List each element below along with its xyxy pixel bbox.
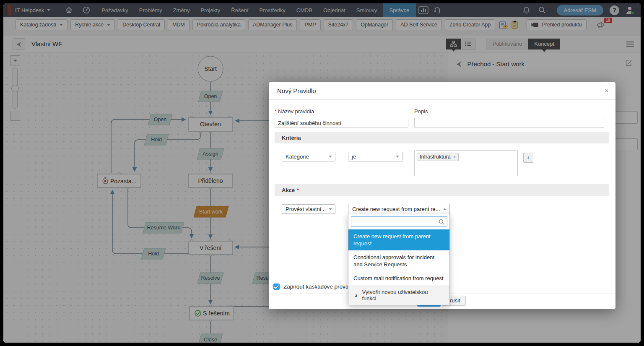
modal-title: Nový Pravidlo <box>277 87 316 94</box>
action-template-combobox[interactable]: Create new request from parent re... <box>348 204 450 214</box>
description-input[interactable] <box>414 118 604 128</box>
required-mark: * <box>275 108 277 114</box>
option-custom-mail[interactable]: Custom mail notification from request <box>348 271 449 285</box>
template-dropdown: Create new request from parent request C… <box>348 214 450 305</box>
criteria-section-header: Kritéria <box>275 132 609 143</box>
cascade-checkbox-row: Zapnout kaskádové provádění <box>273 284 360 290</box>
remove-tag-icon[interactable]: × <box>453 154 456 159</box>
option-conditional-approvals[interactable]: Conditional approvals for Incident and S… <box>348 250 449 271</box>
chevron-down-icon <box>329 156 332 158</box>
value-tag: Infrastruktura× <box>417 153 459 161</box>
search-icon <box>439 219 444 225</box>
required-mark: * <box>297 187 299 193</box>
description-label: Popis <box>414 108 428 114</box>
app-screen: IT Helpdesk Požadavky Problémy Změny Pro… <box>3 3 641 343</box>
rule-name-label: *Název pravidla <box>275 108 314 114</box>
chevron-down-icon <box>396 156 399 158</box>
action-type-select[interactable]: Provést vlastní... <box>282 204 335 214</box>
new-function-action[interactable]: ◕ Vytvořit novou uživatelskou funkci <box>348 285 449 305</box>
new-rule-modal: Nový Pravidlo × *Název pravidla Popis Kr… <box>269 82 615 309</box>
criteria-value-box[interactable]: Infrastruktura× <box>414 150 518 176</box>
function-icon: ◕ <box>354 292 358 299</box>
rule-name-input[interactable] <box>275 118 408 128</box>
option-create-request[interactable]: Create new request from parent request <box>348 229 449 250</box>
text-cursor <box>354 219 354 225</box>
dropdown-search-input[interactable] <box>351 216 447 227</box>
chevron-down-icon <box>329 208 332 210</box>
criteria-operator-select[interactable]: je <box>348 152 402 161</box>
close-icon[interactable]: × <box>605 87 609 94</box>
criteria-field-select[interactable]: Kategorie <box>282 152 335 161</box>
cascade-checkbox-checked[interactable] <box>273 284 280 290</box>
add-criteria-button[interactable]: + <box>523 153 533 163</box>
action-section-header: Akce* <box>275 184 609 196</box>
chevron-up-icon <box>443 208 447 210</box>
